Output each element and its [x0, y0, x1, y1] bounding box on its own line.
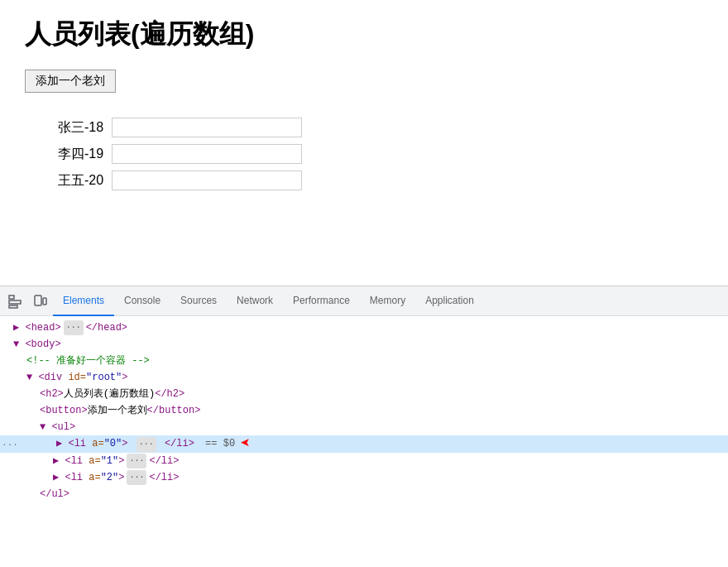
page-title: 人员列表(遍历数组) — [25, 17, 703, 53]
person-input-1[interactable] — [112, 144, 302, 164]
person-input-2[interactable] — [112, 171, 302, 190]
list-item: 张三-18 — [58, 118, 703, 137]
person-label: 张三-18 — [58, 119, 103, 137]
list-item: 李四-19 — [58, 144, 703, 164]
main-content: 人员列表(遍历数组) 添加一个老刘 张三-18 李四-19 王五-20 — [0, 0, 728, 281]
person-label: 王五-20 — [58, 172, 103, 190]
list-item: 王五-20 — [58, 171, 703, 190]
person-label: 李四-19 — [58, 146, 103, 163]
add-person-button[interactable]: 添加一个老刘 — [25, 70, 116, 93]
person-list: 张三-18 李四-19 王五-20 — [25, 118, 703, 190]
person-input-0[interactable] — [112, 118, 302, 137]
